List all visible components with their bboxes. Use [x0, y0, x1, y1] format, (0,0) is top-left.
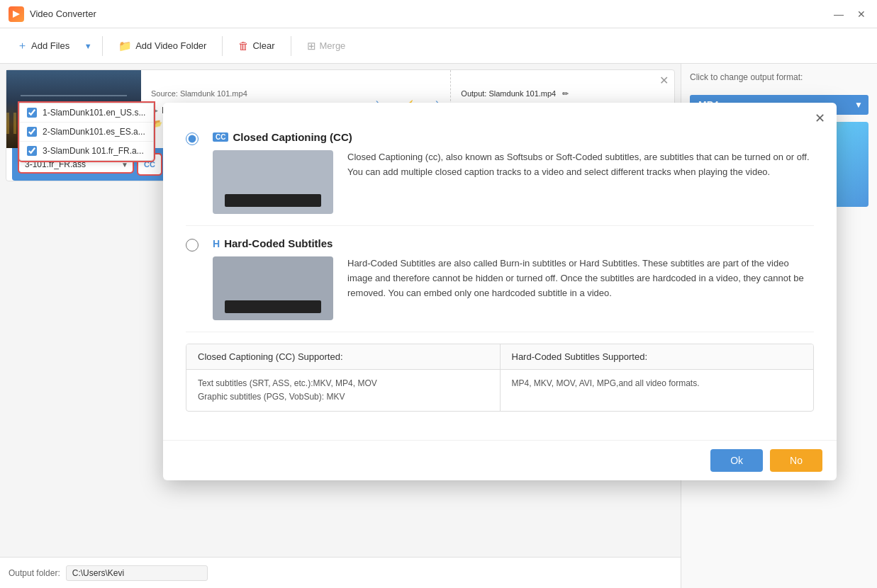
- source-label: Source: Slamdunk 101.mp4: [151, 89, 354, 98]
- subtitle-checkbox-3[interactable]: [27, 146, 37, 156]
- subtitle-checkbox-1[interactable]: [27, 108, 37, 118]
- close-card-button[interactable]: ✕: [657, 74, 670, 87]
- cc-option-row: CC Closed Captioning (CC) Closed Caption…: [186, 120, 814, 226]
- merge-icon: ⊞: [307, 40, 316, 52]
- cc-description: Closed Captioning (cc), also known as So…: [347, 150, 814, 180]
- svg-marker-0: [13, 11, 20, 18]
- hc-support-cell: MP4, MKV, MOV, AVI, MPG,and all video fo…: [501, 370, 814, 411]
- hc-option-row: H Hard-Coded Subtitles Hard-Coded Subtit…: [186, 226, 814, 332]
- support-table-body: Text subtitles (SRT, ASS, etc.):MKV, MP4…: [186, 369, 813, 411]
- hc-support-header: Hard-Coded Subtitles Supported:: [501, 344, 814, 369]
- support-table: Closed Captioning (CC) Supported: Hard-C…: [186, 344, 814, 412]
- title-bar: Video Converter — ✕: [0, 0, 877, 28]
- hc-option-content: H Hard-Coded Subtitles Hard-Coded Subtit…: [213, 237, 814, 320]
- edit-icon[interactable]: ✏: [562, 89, 569, 98]
- dialog-body: CC Closed Captioning (CC) Closed Caption…: [163, 103, 837, 440]
- minimize-button[interactable]: —: [829, 4, 849, 24]
- subtitle-checkbox-2[interactable]: [27, 127, 37, 137]
- folder-icon: 📁: [118, 40, 132, 52]
- hc-option-title: H Hard-Coded Subtitles: [213, 237, 814, 249]
- trash-icon: 🗑: [238, 40, 249, 52]
- hc-badge: H: [213, 238, 220, 249]
- cc-support-header: Closed Captioning (CC) Supported:: [186, 344, 501, 369]
- cc-badge: CC: [213, 132, 228, 142]
- subtitle-list-dropdown: 1-SlamDunk101.en_US.s... 2-SlamDunk101.e…: [19, 103, 154, 161]
- toolbar-divider-3: [291, 36, 291, 56]
- cc-option-title: CC Closed Captioning (CC): [213, 131, 814, 143]
- hc-visual: [213, 256, 333, 320]
- output-folder-label: Output folder:: [9, 568, 60, 578]
- close-button[interactable]: ✕: [851, 4, 871, 24]
- ok-button[interactable]: Ok: [710, 449, 763, 472]
- clear-button[interactable]: 🗑 Clear: [230, 35, 283, 56]
- plus-icon: ＋: [17, 39, 28, 52]
- subtitle-list-item-2[interactable]: 2-SlamDunk101.es_ES.a...: [20, 123, 153, 142]
- hc-visual-bar: [225, 300, 321, 313]
- toolbar-divider-1: [102, 36, 103, 56]
- toolbar-divider-2: [222, 36, 223, 56]
- bottom-bar: Output folder: C:\Users\Kevi: [0, 557, 681, 588]
- hc-radio[interactable]: [186, 239, 199, 251]
- window-controls: — ✕: [829, 0, 871, 28]
- dialog-footer: Ok No: [163, 440, 837, 480]
- format-label: Click to change output format:: [690, 72, 868, 82]
- main-area: 走れない街の彼女 Source: Slamdunk 101.mp4 ▶ MP4 …: [0, 64, 877, 588]
- add-files-button[interactable]: ＋ Add Files: [9, 35, 78, 57]
- output-label: Output: Slamdunk 101.mp4 ✏: [461, 89, 664, 98]
- dialog-close-button[interactable]: ✕: [811, 110, 828, 127]
- main-toolbar: ＋ Add Files ▼ 📁 Add Video Folder 🗑 Clear…: [0, 28, 877, 64]
- subtitle-list-item-1[interactable]: 1-SlamDunk101.en_US.s...: [20, 103, 153, 123]
- merge-button[interactable]: ⊞ Merge: [298, 35, 354, 57]
- subtitle-list-item-3[interactable]: 3-SlamDunk 101.fr_FR.a...: [20, 142, 153, 160]
- app-logo: [9, 6, 24, 22]
- output-folder-path[interactable]: C:\Users\Kevi: [66, 565, 208, 581]
- cc-support-cell: Text subtitles (SRT, ASS, etc.):MKV, MP4…: [186, 370, 501, 411]
- add-video-folder-button[interactable]: 📁 Add Video Folder: [110, 35, 215, 57]
- cc-option-content: CC Closed Captioning (CC) Closed Caption…: [213, 131, 814, 214]
- cc-radio[interactable]: [186, 132, 199, 145]
- support-table-header: Closed Captioning (CC) Supported: Hard-C…: [186, 344, 813, 369]
- cc-visual: [213, 150, 333, 214]
- app-title: Video Converter: [30, 9, 96, 19]
- cc-visual-bar: [225, 194, 321, 207]
- no-button[interactable]: No: [770, 449, 822, 472]
- hc-description: Hard-Coded Subtitles are also called Bur…: [347, 256, 814, 300]
- subtitle-type-dialog: ✕ CC Closed Captioning (CC) Closed Capti…: [163, 103, 837, 480]
- add-files-dropdown-arrow[interactable]: ▼: [81, 36, 95, 56]
